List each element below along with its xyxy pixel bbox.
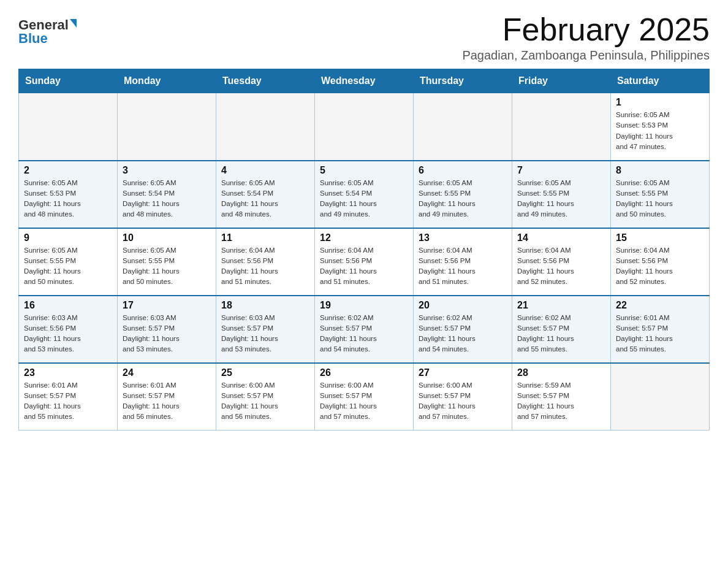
- day-number: 14: [517, 232, 605, 243]
- calendar-cell: 9Sunrise: 6:05 AM Sunset: 5:55 PM Daylig…: [19, 228, 118, 296]
- day-number: 21: [517, 300, 605, 311]
- day-info: Sunrise: 6:05 AM Sunset: 5:55 PM Dayligh…: [123, 245, 211, 288]
- day-number: 28: [517, 367, 605, 378]
- weekday-header-wednesday: Wednesday: [315, 69, 414, 93]
- title-section: February 2025 Pagadian, Zamboanga Penins…: [462, 12, 710, 63]
- calendar-cell: [118, 93, 216, 161]
- day-info: Sunrise: 6:05 AM Sunset: 5:54 PM Dayligh…: [320, 178, 408, 220]
- calendar-cell: [611, 363, 710, 431]
- day-number: 6: [419, 165, 507, 176]
- calendar-cell: 2Sunrise: 6:05 AM Sunset: 5:53 PM Daylig…: [19, 161, 118, 228]
- day-number: 27: [419, 367, 507, 378]
- day-number: 24: [123, 367, 211, 378]
- day-number: 26: [320, 367, 408, 378]
- logo-arrow-icon: [70, 19, 77, 28]
- day-info: Sunrise: 6:05 AM Sunset: 5:55 PM Dayligh…: [616, 178, 704, 220]
- calendar-cell: 19Sunrise: 6:02 AM Sunset: 5:57 PM Dayli…: [315, 296, 414, 363]
- day-info: Sunrise: 6:01 AM Sunset: 5:57 PM Dayligh…: [616, 313, 704, 355]
- calendar-cell: 23Sunrise: 6:01 AM Sunset: 5:57 PM Dayli…: [19, 363, 118, 431]
- day-number: 12: [320, 232, 408, 243]
- location-subtitle: Pagadian, Zamboanga Peninsula, Philippin…: [462, 48, 710, 63]
- calendar-cell: 14Sunrise: 6:04 AM Sunset: 5:56 PM Dayli…: [512, 228, 611, 296]
- calendar-cell: 26Sunrise: 6:00 AM Sunset: 5:57 PM Dayli…: [315, 363, 414, 431]
- day-info: Sunrise: 6:01 AM Sunset: 5:57 PM Dayligh…: [24, 380, 112, 423]
- day-info: Sunrise: 6:05 AM Sunset: 5:54 PM Dayligh…: [221, 178, 309, 220]
- calendar-table: SundayMondayTuesdayWednesdayThursdayFrid…: [18, 69, 710, 431]
- calendar-cell: 24Sunrise: 6:01 AM Sunset: 5:57 PM Dayli…: [118, 363, 216, 431]
- week-row: 9Sunrise: 6:05 AM Sunset: 5:55 PM Daylig…: [19, 228, 710, 296]
- calendar-cell: [216, 93, 315, 161]
- day-number: 18: [221, 300, 309, 311]
- day-info: Sunrise: 6:03 AM Sunset: 5:57 PM Dayligh…: [123, 313, 211, 355]
- weekday-header-friday: Friday: [512, 69, 611, 93]
- weekday-header-sunday: Sunday: [19, 69, 118, 93]
- month-title: February 2025: [462, 12, 710, 47]
- calendar-cell: 13Sunrise: 6:04 AM Sunset: 5:56 PM Dayli…: [414, 228, 512, 296]
- day-info: Sunrise: 6:03 AM Sunset: 5:56 PM Dayligh…: [24, 313, 112, 355]
- calendar-cell: 27Sunrise: 6:00 AM Sunset: 5:57 PM Dayli…: [414, 363, 512, 431]
- day-number: 23: [24, 367, 112, 378]
- calendar-cell: 16Sunrise: 6:03 AM Sunset: 5:56 PM Dayli…: [19, 296, 118, 363]
- day-number: 17: [123, 300, 211, 311]
- day-info: Sunrise: 6:02 AM Sunset: 5:57 PM Dayligh…: [320, 313, 408, 355]
- day-info: Sunrise: 5:59 AM Sunset: 5:57 PM Dayligh…: [517, 380, 605, 423]
- calendar-cell: 12Sunrise: 6:04 AM Sunset: 5:56 PM Dayli…: [315, 228, 414, 296]
- day-number: 7: [517, 165, 605, 176]
- day-number: 3: [123, 165, 211, 176]
- calendar-cell: 18Sunrise: 6:03 AM Sunset: 5:57 PM Dayli…: [216, 296, 315, 363]
- calendar-cell: [512, 93, 611, 161]
- day-number: 4: [221, 165, 309, 176]
- week-row: 16Sunrise: 6:03 AM Sunset: 5:56 PM Dayli…: [19, 296, 710, 363]
- day-number: 1: [616, 97, 704, 108]
- calendar-cell: [414, 93, 512, 161]
- weekday-header-saturday: Saturday: [611, 69, 710, 93]
- day-info: Sunrise: 6:05 AM Sunset: 5:54 PM Dayligh…: [123, 178, 211, 220]
- day-info: Sunrise: 6:04 AM Sunset: 5:56 PM Dayligh…: [221, 245, 309, 288]
- day-info: Sunrise: 6:00 AM Sunset: 5:57 PM Dayligh…: [221, 380, 309, 423]
- day-number: 13: [419, 232, 507, 243]
- calendar-cell: 1Sunrise: 6:05 AM Sunset: 5:53 PM Daylig…: [611, 93, 710, 161]
- day-info: Sunrise: 6:02 AM Sunset: 5:57 PM Dayligh…: [419, 313, 507, 355]
- page-header: General Blue February 2025 Pagadian, Zam…: [18, 12, 710, 63]
- calendar-cell: 20Sunrise: 6:02 AM Sunset: 5:57 PM Dayli…: [414, 296, 512, 363]
- logo: General Blue: [18, 18, 77, 45]
- calendar-cell: 8Sunrise: 6:05 AM Sunset: 5:55 PM Daylig…: [611, 161, 710, 228]
- calendar-cell: 5Sunrise: 6:05 AM Sunset: 5:54 PM Daylig…: [315, 161, 414, 228]
- calendar-cell: 28Sunrise: 5:59 AM Sunset: 5:57 PM Dayli…: [512, 363, 611, 431]
- calendar-cell: 4Sunrise: 6:05 AM Sunset: 5:54 PM Daylig…: [216, 161, 315, 228]
- calendar-cell: 3Sunrise: 6:05 AM Sunset: 5:54 PM Daylig…: [118, 161, 216, 228]
- day-info: Sunrise: 6:04 AM Sunset: 5:56 PM Dayligh…: [320, 245, 408, 288]
- calendar-cell: 10Sunrise: 6:05 AM Sunset: 5:55 PM Dayli…: [118, 228, 216, 296]
- day-number: 11: [221, 232, 309, 243]
- calendar-cell: [19, 93, 118, 161]
- day-info: Sunrise: 6:03 AM Sunset: 5:57 PM Dayligh…: [221, 313, 309, 355]
- week-row: 2Sunrise: 6:05 AM Sunset: 5:53 PM Daylig…: [19, 161, 710, 228]
- weekday-header-monday: Monday: [118, 69, 216, 93]
- logo-blue: Blue: [18, 32, 48, 45]
- days-of-week-row: SundayMondayTuesdayWednesdayThursdayFrid…: [19, 69, 710, 93]
- day-number: 8: [616, 165, 704, 176]
- calendar-cell: 7Sunrise: 6:05 AM Sunset: 5:55 PM Daylig…: [512, 161, 611, 228]
- calendar-cell: 15Sunrise: 6:04 AM Sunset: 5:56 PM Dayli…: [611, 228, 710, 296]
- day-info: Sunrise: 6:04 AM Sunset: 5:56 PM Dayligh…: [616, 245, 704, 288]
- day-number: 19: [320, 300, 408, 311]
- day-number: 22: [616, 300, 704, 311]
- day-info: Sunrise: 6:05 AM Sunset: 5:55 PM Dayligh…: [24, 245, 112, 288]
- day-info: Sunrise: 6:05 AM Sunset: 5:55 PM Dayligh…: [517, 178, 605, 220]
- calendar-cell: 25Sunrise: 6:00 AM Sunset: 5:57 PM Dayli…: [216, 363, 315, 431]
- day-number: 20: [419, 300, 507, 311]
- week-row: 1Sunrise: 6:05 AM Sunset: 5:53 PM Daylig…: [19, 93, 710, 161]
- day-number: 2: [24, 165, 112, 176]
- day-info: Sunrise: 6:04 AM Sunset: 5:56 PM Dayligh…: [419, 245, 507, 288]
- day-number: 15: [616, 232, 704, 243]
- calendar-cell: 17Sunrise: 6:03 AM Sunset: 5:57 PM Dayli…: [118, 296, 216, 363]
- logo-general: General: [18, 18, 69, 32]
- weekday-header-thursday: Thursday: [414, 69, 512, 93]
- day-number: 5: [320, 165, 408, 176]
- day-info: Sunrise: 6:05 AM Sunset: 5:55 PM Dayligh…: [419, 178, 507, 220]
- calendar-cell: 21Sunrise: 6:02 AM Sunset: 5:57 PM Dayli…: [512, 296, 611, 363]
- day-info: Sunrise: 6:01 AM Sunset: 5:57 PM Dayligh…: [123, 380, 211, 423]
- day-info: Sunrise: 6:02 AM Sunset: 5:57 PM Dayligh…: [517, 313, 605, 355]
- day-number: 16: [24, 300, 112, 311]
- day-number: 25: [221, 367, 309, 378]
